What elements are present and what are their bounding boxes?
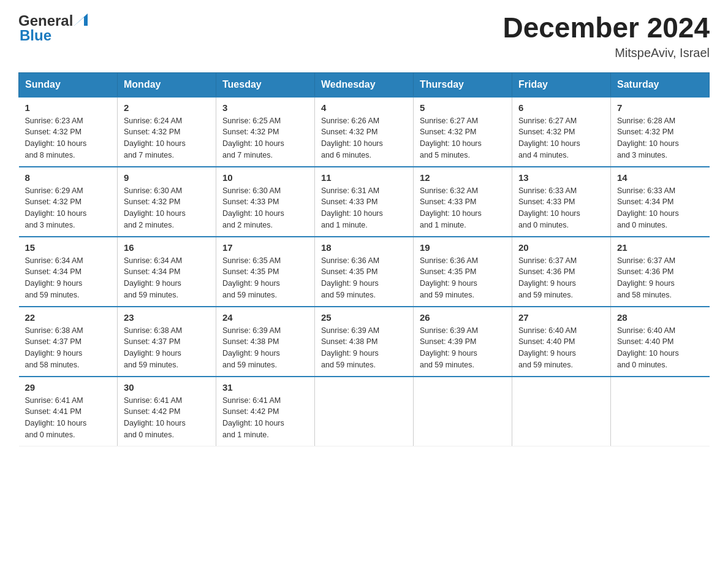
calendar-cell: 13 Sunrise: 6:33 AMSunset: 4:33 PMDaylig… [512, 167, 611, 237]
day-number: 1 [25, 102, 112, 113]
day-number: 27 [518, 312, 604, 323]
logo-triangle-icon [74, 13, 88, 26]
day-info: Sunrise: 6:33 AMSunset: 4:34 PMDaylight:… [617, 185, 703, 231]
day-number: 8 [25, 172, 112, 183]
calendar-cell: 10 Sunrise: 6:30 AMSunset: 4:33 PMDaylig… [216, 167, 315, 237]
svg-marker-1 [74, 17, 84, 26]
calendar-cell: 22 Sunrise: 6:38 AMSunset: 4:37 PMDaylig… [19, 307, 118, 377]
month-title: December 2024 [502, 12, 710, 44]
calendar-cell: 6 Sunrise: 6:27 AMSunset: 4:32 PMDayligh… [512, 97, 611, 167]
day-number: 10 [222, 172, 308, 183]
calendar-cell: 20 Sunrise: 6:37 AMSunset: 4:36 PMDaylig… [512, 237, 611, 307]
day-number: 26 [420, 312, 506, 323]
day-number: 6 [518, 102, 604, 113]
day-number: 5 [420, 102, 506, 113]
day-info: Sunrise: 6:41 AMSunset: 4:42 PMDaylight:… [124, 395, 210, 441]
day-info: Sunrise: 6:29 AMSunset: 4:32 PMDaylight:… [25, 185, 112, 231]
day-info: Sunrise: 6:39 AMSunset: 4:38 PMDaylight:… [321, 325, 407, 371]
day-number: 3 [222, 102, 308, 113]
calendar-cell: 11 Sunrise: 6:31 AMSunset: 4:33 PMDaylig… [315, 167, 414, 237]
calendar-cell: 7 Sunrise: 6:28 AMSunset: 4:32 PMDayligh… [611, 97, 710, 167]
calendar-cell: 29 Sunrise: 6:41 AMSunset: 4:41 PMDaylig… [19, 377, 118, 446]
day-number: 23 [124, 312, 210, 323]
calendar-cell [512, 377, 611, 446]
logo-blue-text: Blue [20, 27, 51, 44]
calendar-table: Sunday Monday Tuesday Wednesday Thursday… [18, 72, 710, 446]
calendar-cell: 1 Sunrise: 6:23 AMSunset: 4:32 PMDayligh… [19, 97, 118, 167]
col-wednesday: Wednesday [315, 72, 414, 97]
calendar-header-row: Sunday Monday Tuesday Wednesday Thursday… [19, 72, 710, 97]
week-row-1: 1 Sunrise: 6:23 AMSunset: 4:32 PMDayligh… [19, 97, 710, 167]
calendar-cell: 18 Sunrise: 6:36 AMSunset: 4:35 PMDaylig… [315, 237, 414, 307]
col-sunday: Sunday [19, 72, 118, 97]
day-info: Sunrise: 6:25 AMSunset: 4:32 PMDaylight:… [222, 115, 308, 161]
location-subtitle: MitspeAviv, Israel [502, 46, 710, 60]
calendar-cell: 2 Sunrise: 6:24 AMSunset: 4:32 PMDayligh… [118, 97, 216, 167]
calendar-cell: 19 Sunrise: 6:36 AMSunset: 4:35 PMDaylig… [414, 237, 512, 307]
day-info: Sunrise: 6:35 AMSunset: 4:35 PMDaylight:… [222, 255, 308, 301]
day-info: Sunrise: 6:37 AMSunset: 4:36 PMDaylight:… [518, 255, 604, 301]
calendar-cell: 25 Sunrise: 6:39 AMSunset: 4:38 PMDaylig… [315, 307, 414, 377]
day-info: Sunrise: 6:34 AMSunset: 4:34 PMDaylight:… [25, 255, 112, 301]
logo: General Blue [18, 12, 88, 44]
day-number: 22 [25, 312, 112, 323]
day-number: 30 [124, 382, 210, 393]
calendar-cell [611, 377, 710, 446]
calendar-cell: 26 Sunrise: 6:39 AMSunset: 4:39 PMDaylig… [414, 307, 512, 377]
week-row-5: 29 Sunrise: 6:41 AMSunset: 4:41 PMDaylig… [19, 377, 710, 446]
day-number: 24 [222, 312, 308, 323]
day-info: Sunrise: 6:36 AMSunset: 4:35 PMDaylight:… [420, 255, 506, 301]
calendar-cell [414, 377, 512, 446]
col-tuesday: Tuesday [216, 72, 315, 97]
day-info: Sunrise: 6:37 AMSunset: 4:36 PMDaylight:… [617, 255, 703, 301]
calendar-cell: 9 Sunrise: 6:30 AMSunset: 4:32 PMDayligh… [118, 167, 216, 237]
col-monday: Monday [118, 72, 216, 97]
week-row-2: 8 Sunrise: 6:29 AMSunset: 4:32 PMDayligh… [19, 167, 710, 237]
week-row-3: 15 Sunrise: 6:34 AMSunset: 4:34 PMDaylig… [19, 237, 710, 307]
day-number: 15 [25, 242, 112, 253]
day-info: Sunrise: 6:30 AMSunset: 4:32 PMDaylight:… [124, 185, 210, 231]
col-saturday: Saturday [611, 72, 710, 97]
day-number: 20 [518, 242, 604, 253]
day-number: 29 [25, 382, 112, 393]
calendar-cell: 30 Sunrise: 6:41 AMSunset: 4:42 PMDaylig… [118, 377, 216, 446]
day-number: 13 [518, 172, 604, 183]
day-info: Sunrise: 6:23 AMSunset: 4:32 PMDaylight:… [25, 115, 112, 161]
calendar-cell: 23 Sunrise: 6:38 AMSunset: 4:37 PMDaylig… [118, 307, 216, 377]
col-thursday: Thursday [414, 72, 512, 97]
calendar-cell: 21 Sunrise: 6:37 AMSunset: 4:36 PMDaylig… [611, 237, 710, 307]
day-number: 16 [124, 242, 210, 253]
calendar-cell: 14 Sunrise: 6:33 AMSunset: 4:34 PMDaylig… [611, 167, 710, 237]
calendar-cell: 5 Sunrise: 6:27 AMSunset: 4:32 PMDayligh… [414, 97, 512, 167]
day-info: Sunrise: 6:26 AMSunset: 4:32 PMDaylight:… [321, 115, 407, 161]
calendar-cell: 8 Sunrise: 6:29 AMSunset: 4:32 PMDayligh… [19, 167, 118, 237]
day-number: 17 [222, 242, 308, 253]
day-info: Sunrise: 6:38 AMSunset: 4:37 PMDaylight:… [25, 325, 112, 371]
day-number: 28 [617, 312, 703, 323]
calendar-cell: 12 Sunrise: 6:32 AMSunset: 4:33 PMDaylig… [414, 167, 512, 237]
calendar-cell: 27 Sunrise: 6:40 AMSunset: 4:40 PMDaylig… [512, 307, 611, 377]
day-info: Sunrise: 6:38 AMSunset: 4:37 PMDaylight:… [124, 325, 210, 371]
day-number: 31 [222, 382, 308, 393]
day-number: 9 [124, 172, 210, 183]
day-info: Sunrise: 6:24 AMSunset: 4:32 PMDaylight:… [124, 115, 210, 161]
calendar-cell [315, 377, 414, 446]
day-info: Sunrise: 6:34 AMSunset: 4:34 PMDaylight:… [124, 255, 210, 301]
day-info: Sunrise: 6:40 AMSunset: 4:40 PMDaylight:… [518, 325, 604, 371]
calendar-cell: 3 Sunrise: 6:25 AMSunset: 4:32 PMDayligh… [216, 97, 315, 167]
day-number: 25 [321, 312, 407, 323]
day-info: Sunrise: 6:27 AMSunset: 4:32 PMDaylight:… [420, 115, 506, 161]
day-info: Sunrise: 6:30 AMSunset: 4:33 PMDaylight:… [222, 185, 308, 231]
calendar-cell: 31 Sunrise: 6:41 AMSunset: 4:42 PMDaylig… [216, 377, 315, 446]
day-info: Sunrise: 6:28 AMSunset: 4:32 PMDaylight:… [617, 115, 703, 161]
day-info: Sunrise: 6:39 AMSunset: 4:39 PMDaylight:… [420, 325, 506, 371]
day-number: 7 [617, 102, 703, 113]
week-row-4: 22 Sunrise: 6:38 AMSunset: 4:37 PMDaylig… [19, 307, 710, 377]
day-info: Sunrise: 6:41 AMSunset: 4:41 PMDaylight:… [25, 395, 112, 441]
calendar-cell: 28 Sunrise: 6:40 AMSunset: 4:40 PMDaylig… [611, 307, 710, 377]
calendar-cell: 4 Sunrise: 6:26 AMSunset: 4:32 PMDayligh… [315, 97, 414, 167]
calendar-cell: 17 Sunrise: 6:35 AMSunset: 4:35 PMDaylig… [216, 237, 315, 307]
day-number: 12 [420, 172, 506, 183]
day-info: Sunrise: 6:41 AMSunset: 4:42 PMDaylight:… [222, 395, 308, 441]
day-info: Sunrise: 6:27 AMSunset: 4:32 PMDaylight:… [518, 115, 604, 161]
